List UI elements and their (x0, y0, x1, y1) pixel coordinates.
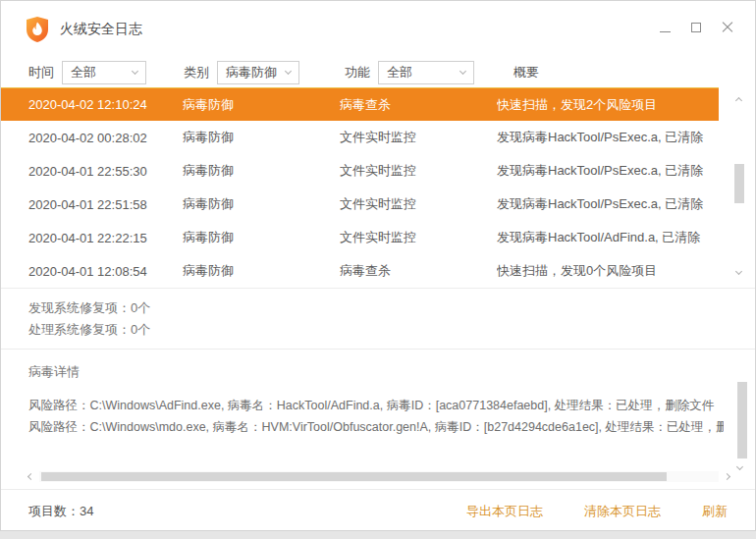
table-row[interactable]: 2020-04-01 22:51:58 病毒防御 文件实时监控 发现病毒Hack… (1, 188, 719, 221)
table-row[interactable]: 2020-04-02 00:28:02 病毒防御 文件实时监控 发现病毒Hack… (1, 121, 719, 154)
table-vertical-scrollbar[interactable] (731, 87, 747, 288)
cell-time: 2020-04-01 22:51:58 (28, 197, 183, 212)
detail-scrollbar-thumb[interactable] (737, 382, 747, 458)
cell-category: 病毒防御 (183, 262, 340, 280)
cell-function: 文件实时监控 (340, 229, 497, 246)
function-filter-label: 功能 (345, 64, 370, 81)
virus-detail-lines: 风险路径：C:\Windows\AdFind.exe, 病毒名：HackTool… (1, 395, 724, 438)
chevron-down-icon (132, 67, 138, 74)
cell-function: 病毒查杀 (340, 96, 497, 114)
time-filter-value: 全部 (71, 64, 96, 81)
title-bar: 火绒安全日志 (1, 1, 755, 57)
category-filter-value: 病毒防御 (226, 64, 277, 81)
chevron-down-icon (285, 67, 292, 74)
item-count: 项目数：34 (28, 503, 93, 520)
cell-summary: 发现病毒HackTool/PsExec.a, 已清除 (497, 195, 719, 213)
log-table: 2020-04-02 12:10:24 病毒防御 病毒查杀 快速扫描，发现2个风… (1, 87, 755, 289)
scroll-left-icon[interactable] (27, 473, 34, 480)
horizontal-scrollbar-thumb[interactable] (41, 472, 667, 481)
horizontal-scroll-track[interactable] (39, 471, 719, 482)
window-controls (649, 14, 743, 41)
maximize-button[interactable] (680, 14, 712, 41)
cell-function: 病毒查杀 (340, 262, 497, 280)
cell-summary: 发现病毒HackTool/PsExec.a, 已清除 (497, 162, 719, 180)
cell-category: 病毒防御 (183, 195, 340, 213)
scroll-down-icon[interactable] (735, 268, 742, 275)
function-filter-select[interactable]: 全部 (378, 61, 474, 84)
cell-summary: 发现病毒HackTool/PsExec.a, 已清除 (497, 129, 719, 146)
cell-time: 2020-04-01 22:22:15 (28, 231, 183, 245)
security-log-window: 火绒安全日志 时间 全部 类别 病毒防御 功能 全部 概要 2020-04-02… (0, 0, 756, 531)
log-rows: 2020-04-02 12:10:24 病毒防御 病毒查杀 快速扫描，发现2个风… (1, 87, 755, 288)
repair-found-line: 发现系统修复项：0个 (28, 297, 728, 319)
virus-detail-title: 病毒详情 (1, 350, 755, 381)
export-page-log-button[interactable]: 导出本页日志 (466, 503, 543, 520)
minimize-button[interactable] (649, 14, 680, 41)
repair-handled-line: 处理系统修复项：0个 (28, 319, 728, 341)
cell-category: 病毒防御 (183, 129, 340, 146)
window-title: 火绒安全日志 (60, 21, 142, 38)
virus-detail-panel: 病毒详情 风险路径：C:\Windows\AdFind.exe, 病毒名：Hac… (1, 350, 755, 489)
refresh-button[interactable]: 刷新 (702, 503, 728, 520)
chevron-down-icon (459, 67, 466, 74)
table-row[interactable]: 2020-04-01 22:55:30 病毒防御 文件实时监控 发现病毒Hack… (1, 154, 719, 188)
category-filter-label: 类别 (184, 64, 209, 81)
huorong-shield-logo-icon (26, 16, 49, 43)
summary-column-header: 概要 (513, 64, 539, 81)
close-icon (722, 22, 733, 33)
time-filter-select[interactable]: 全部 (62, 61, 146, 84)
footer-bar: 项目数：34 导出本页日志清除本页日志刷新 (1, 489, 755, 532)
horizontal-scrollbar[interactable] (28, 470, 729, 483)
scroll-up-icon[interactable] (735, 97, 742, 104)
category-filter-select[interactable]: 病毒防御 (217, 61, 299, 84)
cell-function: 文件实时监控 (340, 162, 497, 180)
cell-function: 文件实时监控 (340, 195, 497, 213)
cell-summary: 快速扫描，发现0个风险项目 (497, 262, 719, 280)
virus-detail-line: 风险路径：C:\Windows\AdFind.exe, 病毒名：HackTool… (28, 395, 724, 416)
time-filter-label: 时间 (28, 64, 54, 81)
cell-category: 病毒防御 (183, 162, 340, 180)
minimize-icon (660, 31, 671, 32)
cell-time: 2020-04-02 00:28:02 (28, 131, 183, 145)
footer-actions: 导出本页日志清除本页日志刷新 (466, 503, 728, 520)
table-row[interactable]: 2020-04-01 22:22:15 病毒防御 文件实时监控 发现病毒Hack… (1, 221, 719, 254)
close-button[interactable] (712, 14, 743, 41)
cell-summary: 发现病毒HackTool/AdFind.a, 已清除 (497, 229, 719, 246)
function-filter-value: 全部 (387, 64, 412, 81)
cell-time: 2020-04-01 22:55:30 (28, 164, 183, 179)
maximize-icon (691, 23, 701, 32)
detail-scroll-down-icon[interactable] (736, 463, 743, 470)
cell-category: 病毒防御 (183, 229, 340, 246)
cell-time: 2020-04-02 12:10:24 (28, 97, 183, 112)
cell-category: 病毒防御 (183, 96, 340, 114)
filter-bar: 时间 全部 类别 病毒防御 功能 全部 概要 (1, 57, 755, 87)
virus-detail-line: 风险路径：C:\Windows\mdo.exe, 病毒名：HVM:VirTool… (28, 416, 724, 438)
cell-summary: 快速扫描，发现2个风险项目 (497, 96, 719, 114)
repair-summary: 发现系统修复项：0个 处理系统修复项：0个 (1, 289, 755, 350)
scroll-right-icon[interactable] (724, 473, 730, 480)
table-row[interactable]: 2020-04-02 12:10:24 病毒防御 病毒查杀 快速扫描，发现2个风… (1, 87, 719, 121)
table-scrollbar-thumb[interactable] (734, 164, 744, 203)
cell-time: 2020-04-01 12:08:54 (28, 264, 183, 279)
table-row[interactable]: 2020-04-01 12:08:54 病毒防御 病毒查杀 快速扫描，发现0个风… (1, 254, 719, 288)
clear-page-log-button[interactable]: 清除本页日志 (584, 503, 661, 520)
cell-function: 文件实时监控 (340, 129, 497, 146)
